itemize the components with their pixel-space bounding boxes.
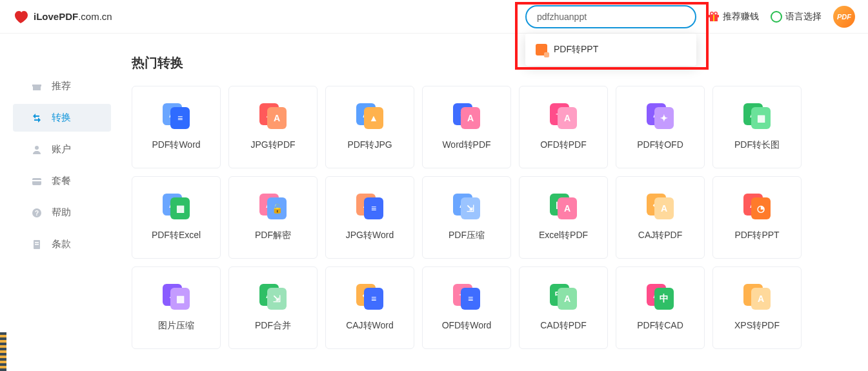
language-label: 语言选择 [785, 11, 822, 23]
tool-icon: A🔓 [259, 194, 287, 219]
tool-label: PDF合并 [255, 320, 291, 332]
plan-icon [31, 175, 43, 187]
svg-rect-13 [35, 242, 39, 243]
tool-icon: A▦ [163, 194, 190, 219]
sidebar: 推荐转换账户套餐?帮助条款 [0, 34, 116, 349]
svg-rect-9 [32, 180, 41, 181]
tool-icon: ✦A [550, 103, 577, 129]
suggestion-label: PDF转PPT [554, 44, 598, 55]
tool-card[interactable]: A▦PDF转Excel [132, 176, 221, 259]
tool-card[interactable]: A▦PDF转长图 [712, 86, 802, 168]
search-input[interactable] [525, 5, 696, 28]
tool-icon: ◆A [647, 194, 674, 219]
tool-label: PDF转PPT [734, 230, 779, 241]
heart-icon [13, 10, 28, 24]
tool-icon: A≡ [163, 103, 190, 129]
tool-label: PDF转Word [152, 139, 200, 151]
sidebar-item-label: 账户 [52, 143, 71, 155]
tool-icon: ▲≡ [356, 194, 383, 219]
tool-label: PDF转CAD [637, 320, 683, 332]
terms-icon [31, 239, 43, 250]
tool-grid: A≡PDF转Word▲AJPG转PDFA▲PDF转JPG≡AWord转PDF✦A… [132, 86, 842, 349]
tool-card[interactable]: ✦≡OFD转Word [422, 266, 511, 349]
tool-icon: ▦A [550, 194, 577, 219]
tool-label: CAD转PDF [540, 320, 587, 332]
tool-label: Word转PDF [442, 139, 490, 151]
tool-card[interactable]: ▲AJPG转PDF [228, 86, 318, 168]
tool-icon: A⇲ [453, 194, 480, 219]
ppt-mini-icon [536, 44, 547, 55]
tool-icon: ◆≡ [356, 284, 383, 310]
sidebar-item-gift[interactable]: 推荐 [0, 72, 116, 100]
tool-icon: A中 [647, 284, 674, 310]
sidebar-item-help[interactable]: ?帮助 [0, 199, 116, 226]
tool-label: CAJ转Word [346, 320, 394, 332]
recommend-earn-link[interactable]: 推荐赚钱 [708, 11, 759, 23]
svg-text:?: ? [35, 210, 39, 217]
tool-card[interactable]: ▲▦图片压缩 [132, 266, 221, 349]
language-link[interactable]: 语言选择 [771, 11, 822, 23]
tool-card[interactable]: A⇲PDF压缩 [422, 176, 511, 259]
search-container: PDF转PPT [525, 5, 696, 28]
tool-label: OFD转PDF [540, 139, 587, 151]
gift-icon [31, 81, 43, 92]
tool-card[interactable]: A🔓PDF解密 [228, 176, 318, 259]
tool-card[interactable]: A≡PDF转Word [132, 86, 221, 168]
tool-label: JPG转PDF [250, 139, 295, 151]
tool-icon: A [743, 284, 771, 310]
tool-card[interactable]: ◆ACAJ转PDF [616, 176, 705, 259]
sidebar-item-account[interactable]: 账户 [0, 135, 116, 163]
tool-card[interactable]: AXPS转PDF [712, 266, 802, 349]
tool-label: Excel转PDF [539, 230, 588, 241]
sidebar-item-plan[interactable]: 套餐 [0, 167, 116, 195]
sidebar-item-convert[interactable]: 转换 [13, 104, 111, 132]
tool-card[interactable]: A中PDF转CAD [616, 266, 705, 349]
svg-point-3 [711, 12, 713, 15]
search-suggestion-item[interactable]: PDF转PPT [525, 39, 696, 61]
logo[interactable]: iLovePDF.com.cn [13, 10, 112, 24]
globe-icon [771, 11, 782, 23]
tool-card[interactable]: ◆≡CAJ转Word [325, 266, 414, 349]
tool-card[interactable]: ▲≡JPG转Word [325, 176, 414, 259]
recommend-earn-label: 推荐赚钱 [723, 11, 759, 23]
tool-card[interactable]: A✦PDF转OFD [616, 86, 705, 168]
tool-card[interactable]: ✦AOFD转PDF [519, 86, 608, 168]
tool-card[interactable]: ≡AWord转PDF [422, 86, 511, 168]
avatar[interactable]: PDF [833, 6, 855, 28]
tool-label: CAJ转PDF [638, 230, 682, 241]
main-content: 热门转换 A≡PDF转Word▲AJPG转PDFA▲PDF转JPG≡AWord转… [116, 34, 868, 349]
tool-icon: A◔ [743, 194, 771, 219]
svg-rect-8 [32, 178, 41, 185]
tool-label: PDF转Excel [152, 230, 201, 241]
tool-card[interactable]: A⇲PDF合并 [228, 266, 318, 349]
svg-point-7 [35, 146, 39, 150]
sidebar-item-label: 推荐 [52, 80, 71, 92]
tool-icon: ▲A [259, 103, 287, 129]
sidebar-item-label: 帮助 [52, 206, 71, 219]
edge-decoration [0, 332, 6, 371]
search-suggestions: PDF转PPT [525, 34, 696, 66]
svg-rect-14 [35, 244, 39, 245]
sidebar-item-label: 套餐 [52, 175, 71, 187]
tool-card[interactable]: 中ACAD转PDF [519, 266, 608, 349]
tool-label: PDF转长图 [734, 139, 780, 151]
sidebar-item-label: 条款 [52, 238, 71, 250]
header: iLovePDF.com.cn PDF转PPT 推荐赚钱 语言选择 PDF [0, 0, 868, 34]
tool-icon: A⇲ [259, 284, 287, 310]
tool-card[interactable]: A◔PDF转PPT [712, 176, 802, 259]
tool-icon: A✦ [647, 103, 674, 129]
help-icon: ? [31, 207, 43, 219]
tool-icon: A▦ [743, 103, 771, 129]
tool-card[interactable]: ▦AExcel转PDF [519, 176, 608, 259]
tool-icon: ✦≡ [453, 284, 480, 310]
svg-point-4 [714, 12, 717, 15]
tool-label: 图片压缩 [158, 320, 194, 332]
tool-label: XPS转PDF [734, 320, 780, 332]
tool-card[interactable]: A▲PDF转JPG [325, 86, 414, 168]
sidebar-item-terms[interactable]: 条款 [0, 230, 116, 258]
tool-label: PDF转JPG [347, 139, 392, 151]
tool-icon: 中A [550, 284, 577, 310]
brand-text: iLovePDF.com.cn [34, 11, 112, 22]
gift-icon [708, 12, 720, 22]
tool-label: PDF转OFD [637, 139, 683, 151]
